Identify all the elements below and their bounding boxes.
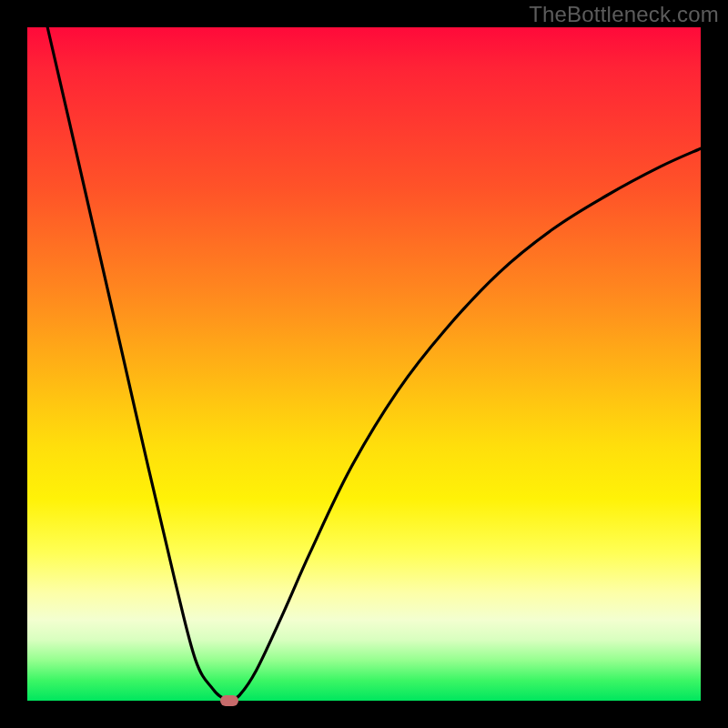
plot-area: [27, 27, 701, 701]
watermark-text: TheBottleneck.com: [529, 2, 719, 27]
chart-frame: TheBottleneck.com: [0, 0, 728, 728]
curve-left-branch: [47, 27, 229, 701]
minimum-marker: [220, 695, 238, 706]
curve-right-branch: [229, 148, 701, 701]
bottleneck-curve: [27, 27, 701, 701]
